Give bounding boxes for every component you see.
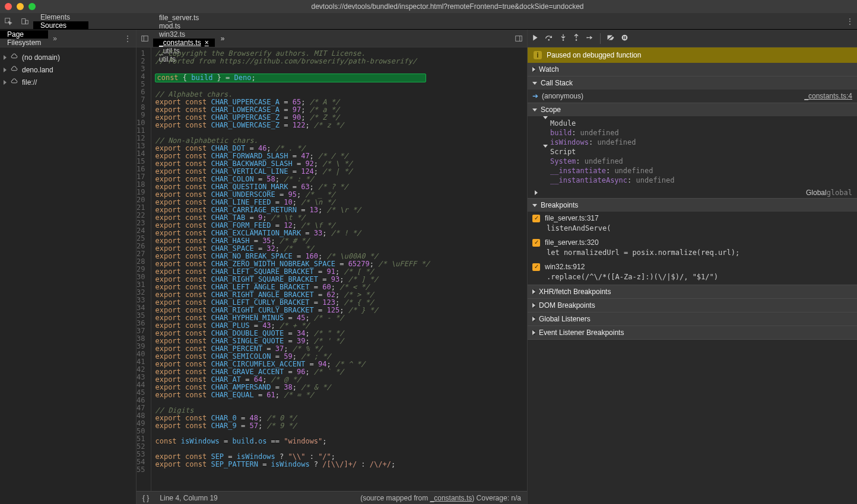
breakpoint-item[interactable]: file_server.ts:320let normalizedUrl = po…	[528, 236, 857, 260]
chevron-right-icon	[532, 303, 535, 308]
info-icon: i	[534, 51, 542, 59]
tree-item[interactable]: file://	[0, 76, 136, 88]
svg-rect-13	[623, 36, 624, 39]
callstack-frame[interactable]: ➔ (anonymous) _constants.ts:4	[528, 90, 857, 103]
callstack-section[interactable]: Call Stack ➔ (anonymous) _constants.ts:4	[528, 76, 857, 103]
xhr-breakpoints-section[interactable]: XHR/fetch Breakpoints	[528, 285, 857, 299]
chevron-right-icon	[532, 289, 535, 294]
svg-rect-3	[142, 36, 148, 41]
close-window-icon[interactable]	[5, 3, 12, 10]
watch-section[interactable]: Watch	[528, 63, 857, 76]
chevron-right-icon	[4, 68, 7, 72]
cursor-position: Line 4, Column 19	[160, 494, 217, 502]
source-map-info: (source mapped from _constants.ts) Cover…	[360, 494, 521, 502]
source-map-link[interactable]: _constants.ts	[430, 494, 472, 502]
sidebar-more-icon[interactable]: »	[48, 34, 62, 43]
pause-on-exceptions-icon[interactable]	[621, 34, 629, 43]
step-over-icon[interactable]	[545, 34, 554, 43]
file-tab[interactable]: mod.ts	[153, 22, 215, 30]
sidebar-tab-filesystem[interactable]: Filesystem	[0, 39, 48, 47]
step-into-icon[interactable]	[560, 33, 567, 43]
scope-section[interactable]: Scope Modulebuild: undefinedisWindows: u…	[528, 103, 857, 199]
window-titlebar: devtools://devtools/bundled/inspector.ht…	[0, 0, 857, 13]
nav-panel-icon[interactable]	[137, 34, 153, 43]
paused-banner: i Paused on debugged function	[528, 47, 857, 63]
file-tabs-more-icon[interactable]: »	[215, 30, 231, 47]
breakpoint-item[interactable]: file_server.ts:317listenAndServe(	[528, 212, 857, 236]
file-tab[interactable]: win32.ts	[153, 30, 215, 39]
sidebar-tab-page[interactable]: Page	[0, 30, 48, 39]
editor-area: file_server.tsmod.tswin32.ts_constants.t…	[137, 30, 527, 504]
devtools-tabstrip: ElementsSourcesAuditsNetworkPerformanceA…	[0, 13, 857, 30]
current-frame-icon: ➔	[532, 92, 538, 100]
svg-point-10	[586, 37, 588, 38]
svg-point-12	[622, 34, 628, 40]
checkbox-icon[interactable]	[532, 239, 540, 247]
close-icon[interactable]: ×	[205, 39, 209, 47]
breakpoint-item[interactable]: win32.ts:912.replace(/^\/*([A-Za-z]:)(\/…	[528, 260, 857, 285]
sidebar-tabs: PageFilesystem » ⋮	[0, 30, 136, 47]
checkbox-icon[interactable]	[532, 215, 540, 222]
cloud-icon	[10, 52, 18, 62]
file-tab[interactable]: file_server.ts	[153, 14, 215, 22]
window-title: devtools://devtools/bundled/inspector.ht…	[43, 2, 852, 11]
device-mode-icon[interactable]	[17, 13, 33, 29]
svg-rect-14	[625, 36, 626, 39]
checkbox-icon[interactable]	[532, 263, 540, 271]
devtools-menu-icon[interactable]: ⋮	[843, 13, 857, 29]
breakpoints-section[interactable]: Breakpoints file_server.ts:317listenAndS…	[528, 199, 857, 285]
chevron-down-icon	[532, 82, 537, 85]
minimize-window-icon[interactable]	[17, 3, 24, 10]
file-tabs: file_server.tsmod.tswin32.ts_constants.t…	[137, 30, 527, 47]
chevron-right-icon	[532, 67, 535, 72]
pretty-print-icon[interactable]: { }	[142, 494, 149, 502]
chevron-down-icon	[532, 204, 537, 207]
tree-item[interactable]: (no domain)	[0, 51, 136, 63]
step-icon[interactable]	[586, 34, 594, 43]
file-tab[interactable]: _constants.ts×	[153, 39, 215, 47]
cloud-icon	[10, 77, 18, 87]
sources-sidebar: PageFilesystem » ⋮ (no domain)deno.landf…	[0, 30, 137, 504]
chevron-right-icon	[4, 55, 7, 60]
inspect-element-icon[interactable]	[0, 13, 17, 29]
svg-point-8	[563, 39, 564, 40]
dom-breakpoints-section[interactable]: DOM Breakpoints	[528, 299, 857, 312]
svg-rect-5	[516, 36, 522, 41]
traffic-lights	[5, 3, 36, 10]
zoom-window-icon[interactable]	[28, 3, 36, 10]
code-editor[interactable]: 1234567891011121314151617181920212223242…	[137, 47, 527, 491]
resume-icon[interactable]	[531, 34, 539, 43]
svg-point-7	[548, 39, 550, 40]
scope-global[interactable]: Globalglobal	[528, 187, 857, 198]
sidebar-menu-icon[interactable]: ⋮	[119, 34, 136, 43]
global-listeners-section[interactable]: Global Listeners	[528, 312, 857, 326]
callstack-location[interactable]: _constants.ts:4	[804, 92, 852, 100]
editor-statusbar: { } Line 4, Column 19 (source mapped fro…	[137, 491, 527, 504]
cloud-icon	[10, 65, 18, 75]
debugger-panel: i Paused on debugged function Watch Call…	[527, 30, 857, 504]
svg-point-9	[576, 39, 577, 40]
paused-text: Paused on debugged function	[547, 51, 641, 59]
step-out-icon[interactable]	[573, 33, 580, 43]
svg-rect-2	[26, 20, 28, 24]
event-listener-breakpoints-section[interactable]: Event Listener Breakpoints	[528, 326, 857, 340]
chevron-right-icon	[4, 80, 7, 85]
deactivate-breakpoints-icon[interactable]	[607, 34, 615, 43]
chevron-down-icon	[532, 109, 537, 111]
svg-rect-1	[22, 18, 26, 24]
chevron-right-icon	[532, 317, 535, 321]
tab-elements[interactable]: Elements	[33, 13, 88, 21]
tree-item[interactable]: deno.land	[0, 63, 136, 76]
file-tree[interactable]: (no domain)deno.landfile://	[0, 47, 136, 92]
debugger-toolbar	[528, 30, 857, 47]
toggle-debugger-panel-icon[interactable]	[510, 34, 527, 43]
chevron-right-icon	[532, 330, 535, 335]
tab-sources[interactable]: Sources	[33, 21, 88, 30]
